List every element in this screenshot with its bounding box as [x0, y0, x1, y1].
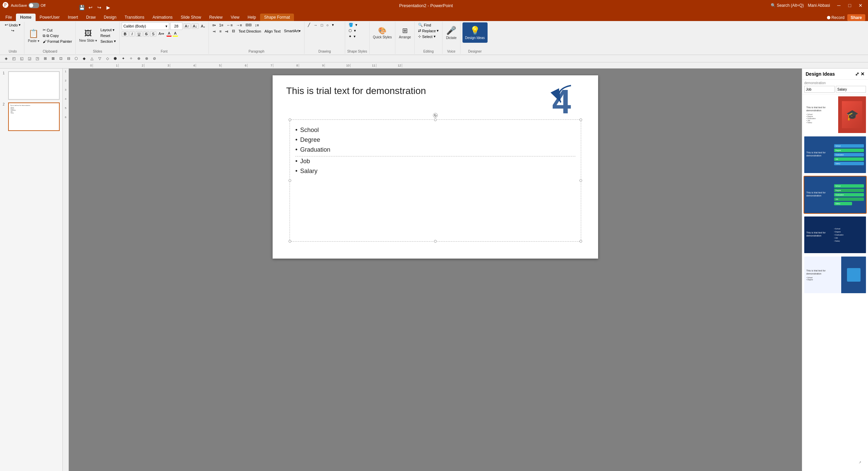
design-card-3[interactable]: This is trial text for demonstration Sch…: [804, 176, 867, 214]
tab-draw[interactable]: Draw: [82, 14, 100, 21]
design-field-salary[interactable]: Salary: [836, 86, 866, 93]
tab-poweruser[interactable]: PowerUser: [36, 14, 64, 21]
undo-button[interactable]: ↩ Undo ▾: [3, 22, 22, 27]
paste-button[interactable]: 📋 Paste ▾: [26, 25, 40, 46]
mini-btn-12[interactable]: △: [88, 56, 95, 62]
tab-shape-format[interactable]: Shape Format: [260, 14, 294, 21]
mini-btn-14[interactable]: ◇: [104, 56, 111, 62]
tab-review[interactable]: Review: [205, 14, 226, 21]
columns-button[interactable]: ⊟⊟: [244, 22, 253, 27]
bold-button[interactable]: B: [122, 31, 129, 37]
design-card-4[interactable]: This is trial text for demonstration • S…: [804, 216, 867, 254]
align-center-button[interactable]: ≡: [218, 29, 223, 34]
handle-tc[interactable]: [434, 118, 437, 121]
slide-2-thumbnail[interactable]: This is trial text for demonstration • S…: [8, 102, 60, 131]
autosave-switch[interactable]: [28, 3, 39, 8]
design-ideas-button[interactable]: 💡 Design Ideas: [462, 22, 488, 43]
mini-btn-15[interactable]: ⬢: [112, 56, 119, 62]
char-spacing-button[interactable]: A⇔: [157, 31, 165, 36]
line-spacing-button[interactable]: ↕≡: [254, 22, 260, 27]
reset-button[interactable]: Reset: [99, 33, 117, 38]
replace-button[interactable]: ⇄ Replace ▾: [417, 28, 440, 33]
handle-tl[interactable]: [289, 118, 291, 121]
shadow-button[interactable]: S: [150, 31, 156, 37]
mini-btn-9[interactable]: ⊟: [65, 56, 72, 62]
text-direction-button[interactable]: Text Direction: [237, 29, 262, 34]
tab-home[interactable]: Home: [16, 14, 35, 21]
mini-btn-16[interactable]: ✦: [120, 56, 126, 62]
mini-btn-6[interactable]: ⊞: [42, 56, 48, 62]
format-painter-button[interactable]: 🖌 Format Painter: [41, 39, 74, 44]
mini-btn-17[interactable]: ✧: [127, 56, 134, 62]
tab-design[interactable]: Design: [100, 14, 120, 21]
select-button[interactable]: ⊹ Select ▾: [417, 34, 440, 39]
copy-button[interactable]: ⧉ ⧉ Copy: [41, 33, 74, 38]
quick-styles-button[interactable]: 🎨 Quick Styles: [372, 22, 393, 43]
italic-button[interactable]: I: [130, 31, 135, 37]
mini-btn-1[interactable]: ◈: [3, 56, 9, 62]
shape-line[interactable]: ╱: [307, 22, 312, 27]
shape-fill-button[interactable]: 🪣 ▾: [347, 22, 359, 27]
save-icon[interactable]: 💾: [78, 4, 85, 11]
font-name-dropdown[interactable]: Calibri (Body) ▾: [122, 22, 169, 30]
mini-btn-8[interactable]: ⊡: [57, 56, 64, 62]
clear-format-button[interactable]: Aₓ: [200, 24, 206, 29]
underline-button[interactable]: U: [136, 31, 142, 37]
undo-icon[interactable]: ↩: [87, 4, 94, 11]
bullets-button[interactable]: ≡•: [211, 22, 217, 27]
handle-bc[interactable]: [434, 240, 437, 243]
mini-btn-4[interactable]: ◲: [26, 56, 33, 62]
tab-view[interactable]: View: [226, 14, 243, 21]
design-panel-expand-icon[interactable]: ⤢: [855, 71, 859, 77]
search-icon[interactable]: 🔍 Search (Alt+Q): [771, 3, 804, 8]
increase-font-button[interactable]: A↑: [183, 23, 191, 29]
handle-mr[interactable]: [579, 179, 582, 182]
mini-btn-7[interactable]: ⊠: [50, 56, 56, 62]
close-button[interactable]: ✕: [856, 2, 865, 9]
convert-smartart-button[interactable]: SmartArt▾: [283, 29, 302, 34]
tab-help[interactable]: Help: [243, 14, 260, 21]
cut-button[interactable]: ✂ Cut: [41, 27, 74, 33]
slide-1-thumbnail[interactable]: [8, 71, 60, 100]
new-slide-button[interactable]: 🖼 New Slide ▾: [78, 25, 98, 46]
align-right-button[interactable]: ⫥: [223, 29, 230, 34]
align-left-button[interactable]: ⫤: [211, 29, 217, 34]
record-button[interactable]: Record: [827, 15, 845, 20]
shape-arrow[interactable]: →: [312, 22, 319, 27]
strikethrough-button[interactable]: S: [143, 31, 149, 37]
mini-btn-13[interactable]: ▽: [96, 56, 103, 62]
dictate-button[interactable]: 🎤 Dictate: [445, 22, 458, 43]
highlight-button[interactable]: A: [173, 31, 178, 37]
shape-outline-button[interactable]: ⬡ ▾: [347, 28, 359, 33]
design-card-1[interactable]: This is trial text for demonstration • S…: [804, 96, 867, 134]
tab-insert[interactable]: Insert: [64, 14, 82, 21]
slide-canvas[interactable]: This is trial text for demonstration 4: [273, 75, 598, 259]
user-avatar[interactable]: Mani Abbasi: [808, 3, 830, 8]
content-area[interactable]: ↻ • School: [290, 119, 581, 242]
tab-slide-show[interactable]: Slide Show: [177, 14, 205, 21]
mini-btn-11[interactable]: ◆: [81, 56, 87, 62]
restore-button[interactable]: □: [845, 2, 854, 9]
layout-button[interactable]: Layout ▾: [99, 27, 117, 33]
align-text-button[interactable]: Align Text: [263, 29, 282, 34]
find-button[interactable]: 🔍 Find: [417, 22, 440, 27]
redo-button[interactable]: ↪: [10, 28, 16, 33]
design-card-2[interactable]: This is trial text for demonstration Sch…: [804, 136, 867, 174]
mini-btn-19[interactable]: ⊗: [143, 56, 150, 62]
tab-file[interactable]: File: [1, 14, 16, 21]
present-icon[interactable]: ▶: [104, 4, 112, 11]
mini-btn-2[interactable]: ◰: [11, 56, 17, 62]
font-size-input[interactable]: 28: [170, 22, 182, 30]
tab-transitions[interactable]: Transitions: [120, 14, 148, 21]
autosave-toggle[interactable]: AutoSave Off: [11, 3, 45, 8]
mini-btn-3[interactable]: ◱: [18, 56, 25, 62]
minimize-button[interactable]: ─: [834, 2, 844, 9]
decrease-font-button[interactable]: A↓: [192, 23, 199, 29]
handle-ml[interactable]: [289, 179, 291, 182]
shape-rect[interactable]: □: [319, 22, 324, 27]
redo-icon[interactable]: ↪: [96, 4, 103, 11]
numbering-button[interactable]: 1≡: [218, 22, 225, 27]
mini-btn-18[interactable]: ⊕: [135, 56, 142, 62]
design-panel-close-button[interactable]: ✕: [861, 71, 865, 77]
arrange-button[interactable]: ⊞ Arrange: [397, 22, 412, 43]
